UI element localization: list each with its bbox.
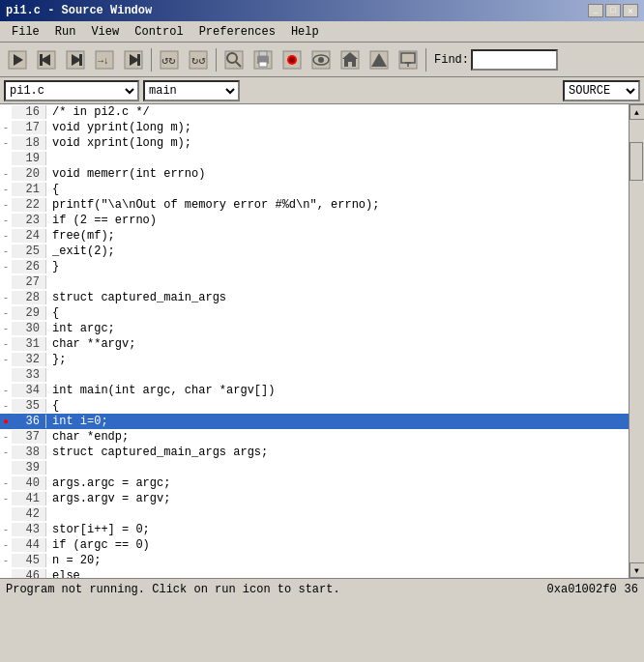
line-code: /* in pi2.c */ xyxy=(46,105,629,119)
scrollbar-thumb[interactable] xyxy=(629,142,643,181)
watch-button[interactable] xyxy=(307,46,335,73)
table-row: 16/* in pi2.c */ xyxy=(0,104,629,120)
home-button[interactable] xyxy=(337,46,364,73)
line-code: char **argv; xyxy=(46,337,629,351)
line-number: 32 xyxy=(12,353,46,366)
table-row: -44 if (argc == 0) xyxy=(0,537,629,553)
toolbar: →↓ ↺↻ ↻↺ xyxy=(0,43,644,77)
line-number: 45 xyxy=(12,554,46,567)
step-over-button[interactable]: →↓ xyxy=(91,46,118,73)
close-button[interactable]: ✕ xyxy=(623,4,638,17)
window-title: pi1.c - Source Window xyxy=(6,4,152,17)
display-icon xyxy=(397,49,419,71)
line-code: } xyxy=(46,260,629,273)
code-container: 16/* in pi2.c */-17void yprint(long m);-… xyxy=(0,104,644,578)
finish-button[interactable] xyxy=(120,46,147,73)
line-code: void memerr(int errno) xyxy=(46,167,629,181)
line-code: free(mf); xyxy=(46,229,629,243)
source-selector[interactable]: SOURCE xyxy=(563,80,640,101)
table-row: -29 { xyxy=(0,305,629,321)
restart-button[interactable]: ↺↻ xyxy=(156,46,183,73)
line-number: 46 xyxy=(12,569,46,578)
table-row: -45 n = 20; xyxy=(0,553,629,568)
status-address: 0xa01002f0 xyxy=(547,583,617,596)
line-indicator: - xyxy=(0,168,12,180)
line-number: 28 xyxy=(12,291,46,304)
search-input[interactable] xyxy=(471,49,558,71)
svg-point-26 xyxy=(289,57,295,63)
file-selector[interactable]: pi1.c xyxy=(4,80,139,101)
line-indicator: - xyxy=(0,323,12,334)
menu-preferences[interactable]: Preferences xyxy=(191,23,283,41)
table-row: -25 _exit(2); xyxy=(0,244,629,259)
line-indicator: - xyxy=(0,137,12,149)
svg-rect-23 xyxy=(259,62,267,67)
search-icon xyxy=(223,49,245,71)
svg-text:↻↺: ↻↺ xyxy=(191,54,205,68)
line-number: 34 xyxy=(12,384,46,397)
line-code: { xyxy=(46,306,629,320)
refresh-button[interactable]: ↻↺ xyxy=(185,46,212,73)
line-number: 24 xyxy=(12,229,46,243)
display-button[interactable] xyxy=(395,46,422,73)
status-message: Program not running. Click on run icon t… xyxy=(6,583,340,596)
table-row: -41 args.argv = argv; xyxy=(0,491,629,506)
table-row: -17void yprint(long m); xyxy=(0,120,629,135)
line-number: 38 xyxy=(12,446,46,459)
step-back-button[interactable] xyxy=(33,46,60,73)
table-row: -20void memerr(int errno) xyxy=(0,166,629,182)
toolbar-separator-3 xyxy=(425,48,426,72)
menu-help[interactable]: Help xyxy=(283,23,327,41)
table-row: -32 }; xyxy=(0,352,629,367)
line-indicator: - xyxy=(0,199,12,211)
table-row: 27 xyxy=(0,274,629,290)
up-button[interactable] xyxy=(366,46,393,73)
print-button[interactable] xyxy=(249,46,277,73)
search-button[interactable] xyxy=(220,46,248,73)
line-number: 30 xyxy=(12,322,46,335)
line-indicator: - xyxy=(0,245,12,257)
table-row: -37 char *endp; xyxy=(0,429,629,445)
svg-rect-22 xyxy=(259,51,267,56)
table-row: -38 struct captured_main_args args; xyxy=(0,445,629,460)
line-indicator: ● xyxy=(0,417,12,427)
line-number: 25 xyxy=(12,245,46,258)
menu-view[interactable]: View xyxy=(83,23,127,41)
svg-text:→↓: →↓ xyxy=(98,56,109,67)
line-number: 29 xyxy=(12,306,46,320)
title-bar: pi1.c - Source Window _ □ ✕ xyxy=(0,0,644,21)
line-indicator: - xyxy=(0,354,12,365)
scroll-down-button[interactable]: ▼ xyxy=(629,562,645,578)
status-line: 36 xyxy=(625,583,638,596)
function-selector[interactable]: main xyxy=(143,80,240,101)
line-indicator: - xyxy=(0,539,12,551)
break-button[interactable] xyxy=(278,46,306,73)
scrollbar-track[interactable] xyxy=(629,120,644,562)
line-number: 19 xyxy=(12,152,46,165)
line-indicator: - xyxy=(0,307,12,319)
line-code: if (argc == 0) xyxy=(46,538,629,552)
menu-file[interactable]: File xyxy=(4,23,47,41)
line-indicator: - xyxy=(0,122,12,133)
table-row: -35{ xyxy=(0,398,629,414)
line-code: if (2 == errno) xyxy=(46,214,629,227)
minimize-button[interactable]: _ xyxy=(588,4,603,17)
menu-run[interactable]: Run xyxy=(47,23,84,41)
find-label: Find: xyxy=(434,53,469,67)
code-area[interactable]: 16/* in pi2.c */-17void yprint(long m);-… xyxy=(0,104,629,578)
table-row: -30 int argc; xyxy=(0,321,629,336)
step-into-button[interactable] xyxy=(62,46,89,73)
line-indicator: - xyxy=(0,431,12,443)
menu-control[interactable]: Control xyxy=(127,23,190,41)
status-right: 0xa01002f0 36 xyxy=(547,583,638,596)
run-button[interactable] xyxy=(4,46,31,73)
toolbar-separator-1 xyxy=(151,48,152,72)
line-code: { xyxy=(46,183,629,196)
vertical-scrollbar[interactable]: ▲ ▼ xyxy=(629,104,644,578)
line-number: 42 xyxy=(12,507,46,521)
line-number: 27 xyxy=(12,275,46,289)
maximize-button[interactable]: □ xyxy=(605,4,621,17)
line-indicator: - xyxy=(0,215,12,226)
line-number: 17 xyxy=(12,121,46,134)
scroll-up-button[interactable]: ▲ xyxy=(629,104,645,120)
